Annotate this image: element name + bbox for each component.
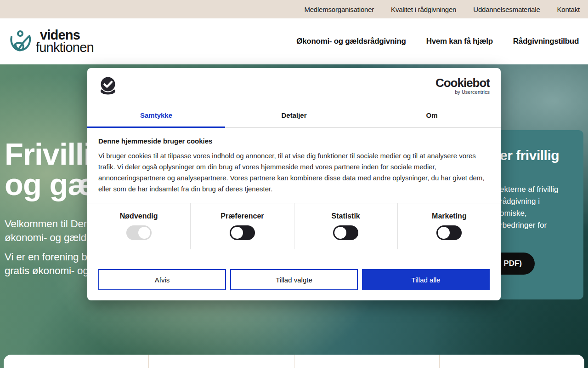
topbar-link-kvalitet[interactable]: Kvalitet i rådgivningen [391,6,456,13]
cookie-dialog-title: Denne hjemmeside bruger cookies [98,137,490,145]
category-label: Statistik [332,212,360,220]
tab-om[interactable]: Om [363,103,501,127]
logo-text: videns funktionen [36,29,94,54]
tab-detaljer[interactable]: Detaljer [225,103,363,127]
hero-p1-line1: Velkommen til Den [5,217,91,231]
toggle-knob [438,227,450,239]
logo-line2: funktionen [36,41,94,54]
cookie-dialog-body: Denne hjemmeside bruger cookies Vi bruge… [87,128,501,195]
tab-samtykke[interactable]: Samtykke [87,103,225,127]
cookiebot-byline: by Usercentrics [435,90,490,95]
cookiebot-logo-icon [98,76,118,95]
allow-selected-button[interactable]: Tillad valgte [230,269,358,290]
bottom-card [148,355,294,368]
cookiebot-name: Cookiebot [435,77,490,89]
promo-body: ekterne af frivillig rådgivning i omiske… [500,184,559,231]
promo-pdf-button-label: PDF) [503,259,522,268]
hero-p2-line2: gratis økonomi- og [5,264,93,278]
cookie-dialog-tabs: Samtykke Detaljer Om [87,103,501,128]
topbar-link-uddannelsesmateriale[interactable]: Uddannelsesmateriale [473,6,540,13]
promo-line: ekterne af frivillig [500,184,559,196]
bottom-card [439,355,584,368]
hero-paragraph-2: Vi er en forening be gratis økonomi- og [5,250,93,278]
toggle-knob [231,227,243,239]
nav-link-hvem-kan-fa-hjaelp[interactable]: Hvem kan få hjælp [426,37,493,46]
toggle-praeferencer[interactable] [230,225,255,240]
promo-line: rådgivning i [500,196,559,207]
site-logo[interactable]: videns funktionen [9,29,94,54]
cookie-dialog-buttons: Afvis Tillad valgte Tillad alle [87,261,501,300]
cookie-dialog-header: Cookiebot by Usercentrics [87,68,501,103]
toggle-marketing[interactable] [436,225,462,240]
page: Medlemsorganisationer Kvalitet i rådgivn… [0,0,588,368]
toggle-statistik[interactable] [333,225,358,240]
allow-all-button[interactable]: Tillad alle [362,269,490,290]
cookie-categories: Nødvendig Præferencer Statistik Marketin… [87,203,501,249]
bottom-card [4,355,148,368]
hero-paragraph-1: Velkommen til Den økonomi- og gælds [5,217,91,245]
toggle-nodvendig [126,225,152,240]
category-praeferencer: Præferencer [190,203,294,249]
topbar: Medlemsorganisationer Kvalitet i rådgivn… [0,0,588,18]
promo-line: rbedringer for [500,219,559,231]
hero-p1-line2: økonomi- og gælds [5,231,91,245]
site-header: videns funktionen Økonomi- og gældsrådgi… [0,18,588,64]
logo-line1: videns [40,29,94,41]
toggle-knob [334,227,346,239]
nav-link-okonomi-gaeldsradgivning[interactable]: Økonomi- og gældsrådgivning [296,37,406,46]
main-nav: Økonomi- og gældsrådgivning Hvem kan få … [296,37,579,46]
toggle-knob [138,227,150,239]
category-marketing: Marketing [397,203,501,249]
category-label: Marketing [432,212,467,220]
topbar-link-kontakt[interactable]: Kontakt [557,6,580,13]
category-statistik: Statistik [294,203,397,249]
cookiebot-wordmark: Cookiebot by Usercentrics [435,77,490,95]
category-label: Nødvendig [120,212,158,220]
nav-link-radgivningstilbud[interactable]: Rådgivningstilbud [513,37,579,46]
topbar-link-medlemsorganisationer[interactable]: Medlemsorganisationer [304,6,374,13]
promo-heading: er frivillig [500,148,559,163]
cookie-consent-dialog: Cookiebot by Usercentrics Samtykke Detal… [87,68,501,300]
bottom-content-band [4,355,584,368]
category-label: Præferencer [220,212,264,220]
logo-icon [9,29,33,53]
promo-line: omiske, [500,207,559,219]
hero-p2-line1: Vi er en forening be [5,250,93,264]
cookie-dialog-description: Vi bruger cookies til at tilpasse vores … [98,150,490,195]
bottom-card [294,355,439,368]
category-nodvendig: Nødvendig [87,203,190,249]
deny-button[interactable]: Afvis [98,269,226,290]
